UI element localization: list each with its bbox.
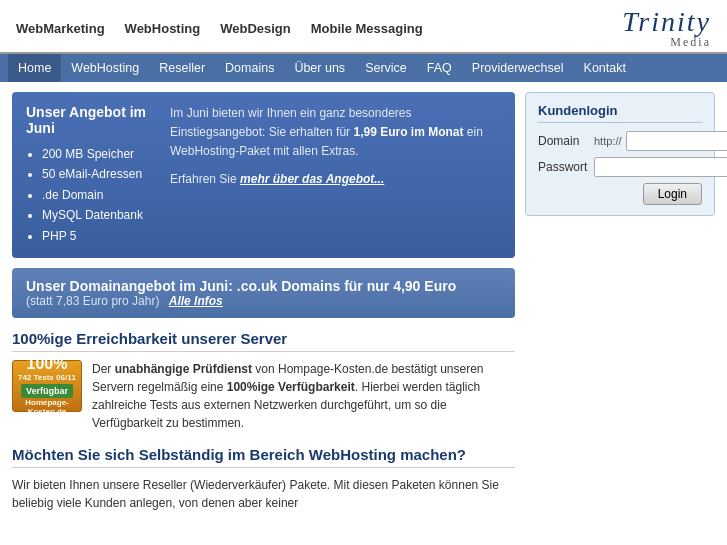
feature-3: .de Domain: [42, 185, 156, 205]
logo-brand: Trinity: [622, 8, 711, 36]
badge-label2: Verfügbar: [21, 384, 73, 398]
top-nav-webhosting[interactable]: WebHosting: [125, 21, 201, 36]
top-nav: WebMarketing WebHosting WebDesign Mobile…: [0, 0, 727, 54]
logo-sub: Media: [622, 36, 711, 48]
top-nav-webmarketing[interactable]: WebMarketing: [16, 21, 105, 36]
server-section-title: 100%ige Erreichbarkeit unserer Server: [12, 330, 515, 352]
domain-offer-title: Unser Domainangebot im Juni: .co.uk Doma…: [26, 278, 501, 294]
domain-input[interactable]: [626, 131, 727, 151]
password-input[interactable]: [594, 157, 727, 177]
server-availability-badge: 100% 742 Tests 06/11 Verfügbar Homepage-…: [12, 360, 82, 412]
promo-box: Unser Angebot im Juni 200 MB Speicher 50…: [12, 92, 515, 258]
nav-service[interactable]: Service: [355, 54, 417, 82]
domain-label: Domain: [538, 134, 590, 148]
promo-price: 1,99 Euro im Monat: [353, 125, 463, 139]
top-nav-webdesign[interactable]: WebDesign: [220, 21, 291, 36]
nav-providerwechsel[interactable]: Providerwechsel: [462, 54, 574, 82]
password-label: Passwort: [538, 160, 590, 174]
nav-kontakt[interactable]: Kontakt: [574, 54, 636, 82]
server-text-bold2: 100%ige Verfügbarkeit: [227, 380, 355, 394]
promo-left: Unser Angebot im Juni 200 MB Speicher 50…: [26, 104, 156, 246]
nav-home[interactable]: Home: [8, 54, 61, 82]
feature-1: 200 MB Speicher: [42, 144, 156, 164]
feature-2: 50 eMail-Adressen: [42, 164, 156, 184]
main-content: Unser Angebot im Juni 200 MB Speicher 50…: [12, 92, 515, 512]
reseller-section: Möchten Sie sich Selbständig im Bereich …: [12, 446, 515, 512]
server-section: 100%ige Erreichbarkeit unserer Server 10…: [12, 330, 515, 432]
sidebar: Kundenlogin Domain http:// Passwort Logi…: [525, 92, 715, 512]
server-block: 100% 742 Tests 06/11 Verfügbar Homepage-…: [12, 360, 515, 432]
domain-offer-subtitle-text: (statt 7,83 Euro pro Jahr): [26, 294, 159, 308]
promo-title: Unser Angebot im Juni: [26, 104, 156, 136]
main-nav: Home WebHosting Reseller Domains Über un…: [0, 54, 727, 82]
promo-right: Im Juni bieten wir Ihnen ein ganz besond…: [170, 104, 501, 246]
content-wrapper: Unser Angebot im Juni 200 MB Speicher 50…: [0, 82, 727, 522]
password-field-row: Passwort: [538, 157, 702, 177]
domain-field-row: Domain http://: [538, 131, 702, 151]
server-text-bold1: unabhängige Prüfdienst: [115, 362, 252, 376]
login-button[interactable]: Login: [643, 183, 702, 205]
reseller-title: Möchten Sie sich Selbständig im Bereich …: [12, 446, 515, 468]
badge-label1: 742 Tests 06/11: [18, 373, 76, 382]
domain-prefix: http://: [594, 135, 622, 147]
login-title: Kundenlogin: [538, 103, 702, 123]
promo-more-link[interactable]: mehr über das Angebot...: [240, 172, 384, 186]
nav-domains[interactable]: Domains: [215, 54, 284, 82]
domain-offer-box: Unser Domainangebot im Juni: .co.uk Doma…: [12, 268, 515, 318]
server-text: Der unabhängige Prüfdienst von Hompage-K…: [92, 360, 515, 432]
nav-ueber-uns[interactable]: Über uns: [284, 54, 355, 82]
domain-offer-subtitle: (statt 7,83 Euro pro Jahr) Alle Infos: [26, 294, 501, 308]
promo-more-text: Erfahren Sie: [170, 172, 240, 186]
feature-4: MySQL Datenbank: [42, 205, 156, 225]
nav-faq[interactable]: FAQ: [417, 54, 462, 82]
top-nav-links: WebMarketing WebHosting WebDesign Mobile…: [16, 21, 423, 36]
reseller-text: Wir bieten Ihnen unsere Reseller (Wieder…: [12, 476, 515, 512]
promo-features: 200 MB Speicher 50 eMail-Adressen .de Do…: [26, 144, 156, 246]
login-btn-row: Login: [538, 183, 702, 205]
promo-body: Im Juni bieten wir Ihnen ein ganz besond…: [170, 104, 501, 162]
feature-5: PHP 5: [42, 226, 156, 246]
logo: Trinity Media: [622, 8, 711, 48]
nav-webhosting[interactable]: WebHosting: [61, 54, 149, 82]
top-nav-mobilemessaging[interactable]: Mobile Messaging: [311, 21, 423, 36]
promo-more: Erfahren Sie mehr über das Angebot...: [170, 170, 501, 189]
badge-percent: 100%: [27, 355, 68, 373]
login-box: Kundenlogin Domain http:// Passwort Logi…: [525, 92, 715, 216]
badge-label3: Homepage-Kosten.de: [13, 398, 81, 416]
server-text1: Der: [92, 362, 115, 376]
nav-reseller[interactable]: Reseller: [149, 54, 215, 82]
domain-offer-allinfo[interactable]: Alle Infos: [169, 294, 223, 308]
